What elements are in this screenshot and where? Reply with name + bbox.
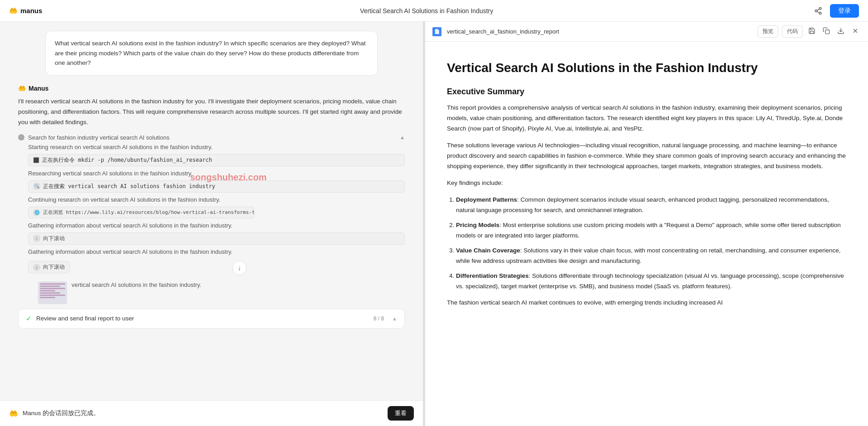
agent-name: Manus xyxy=(29,85,48,92)
svg-point-0 xyxy=(819,7,821,10)
agent-intro-text: I'll research vertical search AI solutio… xyxy=(18,97,405,128)
replay-button[interactable]: 重看 xyxy=(388,406,414,421)
step-count: 8 / 8 xyxy=(374,315,384,322)
download-icon xyxy=(837,27,844,34)
step-desc-4: Gathering information about vertical sea… xyxy=(28,222,405,229)
svg-point-2 xyxy=(819,12,821,15)
svg-rect-5 xyxy=(825,30,830,34)
step-desc-3: Continuing research on vertical search A… xyxy=(28,196,405,203)
save-icon-btn[interactable] xyxy=(806,25,817,38)
doc-file-icon: 📄 xyxy=(432,27,441,36)
step-desc-5: Gathering information about vertical sea… xyxy=(28,248,405,255)
right-panel: 📄 vertical_search_ai_fashion_industry_re… xyxy=(425,22,868,426)
close-icon xyxy=(852,27,859,34)
doc-content: Vertical Search AI Solutions in the Fash… xyxy=(425,42,868,426)
preview-button[interactable]: 预览 xyxy=(758,25,778,38)
scroll-text-2: 向下滚动 xyxy=(43,263,65,271)
scroll-chip-2: ↕ 向下滚动 xyxy=(28,261,70,273)
logo-icon: 🤲 xyxy=(9,7,18,15)
bottom-bar: 🤲 Manus 的会话回放已完成。 重看 xyxy=(0,400,423,426)
svg-point-1 xyxy=(815,10,817,12)
agent-section: 🤲 Manus I'll research vertical search AI… xyxy=(18,85,405,329)
command-chip: ⬛ 正在执行命令 mkdir -p /home/ubuntu/fashion_a… xyxy=(28,154,405,166)
doc-filename: vertical_search_ai_fashion_industry_repo… xyxy=(447,28,752,35)
doc-para-0: This report provides a comprehensive ana… xyxy=(447,103,846,134)
topbar: 🤲 manus Vertical Search AI Solutions in … xyxy=(0,0,868,22)
code-button[interactable]: 代码 xyxy=(782,25,803,38)
list-item-1-bold: Deployment Patterns xyxy=(456,196,517,203)
scroll-text-1: 向下滚动 xyxy=(43,235,65,242)
browse-text: 正在浏览 https://www.lily.ai/resources/blog/… xyxy=(43,209,254,216)
left-panel: What vertical search AI solutions exist … xyxy=(0,22,423,426)
final-step-row: ✓ Review and send final report to user 8… xyxy=(18,309,405,329)
chat-area: What vertical search AI solutions exist … xyxy=(0,22,423,400)
scroll-icon-1: ↕ xyxy=(33,235,40,242)
doc-title: Vertical Search AI Solutions in the Fash… xyxy=(447,60,846,76)
list-item-3-bold: Value Chain Coverage xyxy=(456,247,520,254)
list-item-2: Pricing Models: Most enterprise solution… xyxy=(456,220,846,241)
logo-text: manus xyxy=(20,7,42,15)
search-icon: 🔍 xyxy=(33,183,40,190)
command-text: 正在执行命令 mkdir -p /home/ubuntu/fashion_ai_… xyxy=(42,156,212,164)
agent-icon: 🤲 xyxy=(9,409,18,418)
download-icon-btn[interactable] xyxy=(835,25,846,38)
list-item-2-bold: Pricing Models xyxy=(456,222,499,228)
scroll-chip-1: ↕ 向下滚动 xyxy=(28,232,405,245)
logo: 🤲 manus xyxy=(9,7,42,15)
document-thumbnail xyxy=(38,281,67,304)
list-item-3: Value Chain Coverage: Solutions vary in … xyxy=(456,246,846,266)
step-desc-1: Starting research on vertical search AI … xyxy=(28,144,405,150)
bottom-status-text: Manus 的会话回放已完成。 xyxy=(23,409,383,417)
user-message: What vertical search AI solutions exist … xyxy=(45,31,378,76)
browse-chip: 🌐 正在浏览 https://www.lily.ai/resources/blo… xyxy=(28,207,254,218)
main-layout: What vertical search AI solutions exist … xyxy=(0,22,868,426)
svg-line-3 xyxy=(817,11,819,13)
share-icon xyxy=(814,7,822,15)
list-item-4-bold: Differentiation Strategies xyxy=(456,272,529,279)
terminal-icon: ⬛ xyxy=(33,157,39,163)
doc-para-1: These solutions leverage various AI tech… xyxy=(447,140,846,172)
scroll-down-button[interactable]: ↓ xyxy=(232,261,247,275)
step-dot xyxy=(18,134,24,140)
doc-key-findings-list: Deployment Patterns: Common deployment s… xyxy=(456,195,846,292)
page-title: Vertical Search AI Solutions in Fashion … xyxy=(360,7,493,15)
step-header[interactable]: Search for fashion industry vertical sea… xyxy=(18,134,405,141)
doc-topbar: 📄 vertical_search_ai_fashion_industry_re… xyxy=(425,22,868,42)
expand-icon[interactable]: ▲ xyxy=(392,316,397,321)
step-items: Starting research on vertical search AI … xyxy=(28,144,405,304)
checkmark-icon: ✓ xyxy=(26,315,32,323)
search-text: 正在搜索 vertical search AI solutions fashio… xyxy=(43,183,215,190)
share-icon-btn[interactable] xyxy=(811,4,825,18)
list-item-4: Differentiation Strategies: Solutions di… xyxy=(456,271,846,292)
step-chevron-icon: ▲ xyxy=(400,135,405,140)
doc-actions: 预览 代码 xyxy=(758,25,861,38)
step-group: Search for fashion industry vertical sea… xyxy=(18,134,405,304)
agent-header: 🤲 Manus xyxy=(18,85,405,92)
agent-logo-icon: 🤲 xyxy=(18,85,26,92)
copy-icon xyxy=(823,27,830,34)
doc-para-2: Key findings include: xyxy=(447,178,846,189)
save-icon xyxy=(808,27,815,34)
scroll-icon-2: ↕ xyxy=(33,264,40,271)
thumbnail-area: vertical search AI solutions in the fash… xyxy=(38,281,405,304)
doc-section-heading-0: Executive Summary xyxy=(447,87,846,97)
list-item-1: Deployment Patterns: Common deployment s… xyxy=(456,195,846,216)
login-button[interactable]: 登录 xyxy=(830,4,859,18)
search-chip: 🔍 正在搜索 vertical search AI solutions fash… xyxy=(28,180,405,193)
topbar-actions: 登录 xyxy=(811,4,859,18)
step-label: Search for fashion industry vertical sea… xyxy=(28,134,169,141)
user-message-text: What vertical search AI solutions exist … xyxy=(55,40,366,66)
copy-icon-btn[interactable] xyxy=(821,25,832,38)
final-step-text: Review and send final report to user xyxy=(36,315,369,322)
svg-line-4 xyxy=(817,9,819,10)
doc-after-list: The fashion vertical search AI market co… xyxy=(447,298,846,308)
close-icon-btn[interactable] xyxy=(850,25,861,38)
thumbnail-desc: vertical search AI solutions in the fash… xyxy=(72,281,201,288)
globe-icon: 🌐 xyxy=(33,209,40,216)
step-desc-2: Researching vertical search AI solutions… xyxy=(28,170,405,177)
list-item-2-text: : Most enterprise solutions use custom p… xyxy=(456,222,841,239)
